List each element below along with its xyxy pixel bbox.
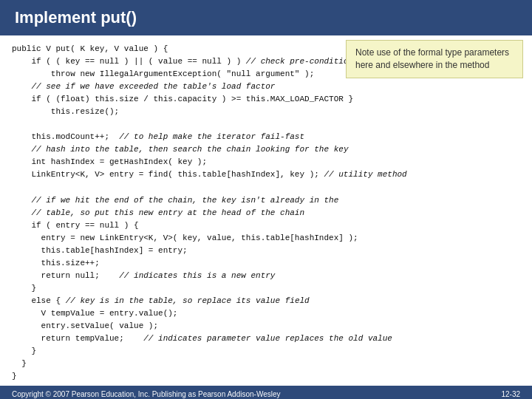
slide: Implement put() Note use of the formal t… (0, 0, 532, 399)
slide-body: Note use of the formal type parameters h… (0, 35, 532, 386)
code-line-1: public V put( K key, V value ) { if ( ( … (12, 44, 407, 381)
slide-footer: Copyright © 2007 Pearson Education, Inc.… (0, 386, 532, 399)
slide-header: Implement put() (0, 0, 532, 35)
callout-text: Note use of the formal type parameters h… (355, 47, 509, 70)
footer-page: 12-32 (501, 390, 520, 398)
callout-box: Note use of the formal type parameters h… (346, 40, 523, 78)
slide-title: Implement put() (15, 8, 137, 27)
footer-copyright: Copyright © 2007 Pearson Education, Inc.… (12, 390, 281, 398)
code-area: public V put( K key, V value ) { if ( ( … (12, 43, 520, 383)
